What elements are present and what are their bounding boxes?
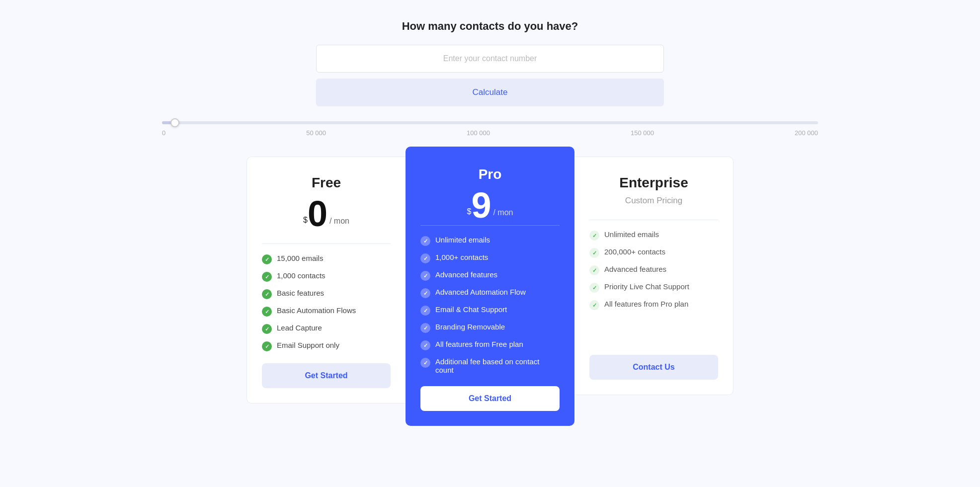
- check-icon: [589, 265, 599, 275]
- page-title: How many contacts do you have?: [402, 20, 578, 33]
- slider-label-200k: 200 000: [795, 129, 818, 137]
- enterprise-feature-1-text: Unlimited emails: [604, 230, 659, 239]
- pro-feature-7: All features from Free plan: [420, 340, 560, 350]
- free-price-symbol: $: [303, 216, 308, 225]
- free-feature-4: Basic Automation Flows: [262, 306, 391, 317]
- pro-feature-8-text: Additional fee based on contact count: [435, 357, 560, 374]
- enterprise-feature-2: 200,000+ contacts: [589, 247, 718, 258]
- slider-section: 0 50 000 100 000 150 000 200 000: [142, 121, 838, 137]
- check-icon: [420, 271, 430, 281]
- check-icon: [589, 300, 599, 310]
- enterprise-feature-5-text: All features from Pro plan: [604, 300, 688, 308]
- check-icon: [420, 306, 430, 316]
- pro-price-number: 9: [471, 187, 491, 223]
- pro-feature-6-text: Branding Removable: [435, 323, 505, 331]
- pro-feature-6: Branding Removable: [420, 323, 560, 333]
- check-icon: [420, 253, 430, 263]
- enterprise-cta-button[interactable]: Contact Us: [589, 355, 718, 380]
- free-feature-2-text: 1,000 contacts: [277, 271, 326, 280]
- free-feature-4-text: Basic Automation Flows: [277, 306, 356, 315]
- pro-features-list: Unlimited emails 1,000+ contacts Advance…: [420, 236, 560, 374]
- free-feature-6: Email Support only: [262, 341, 391, 351]
- enterprise-feature-2-text: 200,000+ contacts: [604, 247, 665, 256]
- check-icon: [420, 358, 430, 368]
- free-features-list: 15,000 emails 1,000 contacts Basic featu…: [262, 254, 391, 351]
- check-icon: [420, 340, 430, 350]
- pro-price-symbol: $: [467, 207, 472, 216]
- free-plan-price: $ 0 / mon: [262, 196, 391, 232]
- enterprise-feature-4: Priority Live Chat Support: [589, 282, 718, 293]
- free-price-number: 0: [308, 196, 327, 232]
- slider-label-50k: 50 000: [306, 129, 326, 137]
- slider-thumb[interactable]: [170, 118, 179, 127]
- pro-feature-3: Advanced features: [420, 270, 560, 281]
- pro-divider: [420, 225, 560, 226]
- enterprise-feature-5: All features from Pro plan: [589, 300, 718, 310]
- free-feature-2: 1,000 contacts: [262, 271, 391, 282]
- pro-feature-5: Email & Chat Support: [420, 305, 560, 316]
- free-plan-name: Free: [262, 175, 391, 191]
- calculate-button[interactable]: Calculate: [316, 79, 664, 106]
- enterprise-plan-card: Enterprise Custom Pricing Unlimited emai…: [574, 157, 734, 395]
- enterprise-feature-4-text: Priority Live Chat Support: [604, 282, 689, 291]
- pro-feature-2: 1,000+ contacts: [420, 253, 560, 263]
- free-feature-1: 15,000 emails: [262, 254, 391, 264]
- free-feature-5: Lead Capture: [262, 324, 391, 334]
- free-feature-6-text: Email Support only: [277, 341, 339, 349]
- input-section: Calculate: [316, 45, 664, 106]
- pricing-section: Free $ 0 / mon 15,000 emails 1,000 conta…: [217, 157, 763, 416]
- check-icon: [262, 289, 272, 299]
- enterprise-feature-3: Advanced features: [589, 265, 718, 275]
- check-icon: [589, 248, 599, 258]
- enterprise-feature-3-text: Advanced features: [604, 265, 666, 273]
- free-plan-card: Free $ 0 / mon 15,000 emails 1,000 conta…: [246, 157, 406, 404]
- slider-labels: 0 50 000 100 000 150 000 200 000: [162, 129, 818, 137]
- check-icon: [262, 341, 272, 351]
- pro-price-period: / mon: [493, 208, 513, 217]
- pro-feature-4: Advanced Automation Flow: [420, 288, 560, 298]
- pro-cta-button[interactable]: Get Started: [420, 386, 560, 411]
- enterprise-divider: [589, 220, 718, 220]
- check-icon: [262, 324, 272, 334]
- pro-feature-2-text: 1,000+ contacts: [435, 253, 488, 261]
- pro-feature-1-text: Unlimited emails: [435, 236, 490, 244]
- free-price-period: / mon: [329, 217, 349, 226]
- pro-feature-7-text: All features from Free plan: [435, 340, 523, 348]
- pro-feature-4-text: Advanced Automation Flow: [435, 288, 526, 296]
- slider-label-100k: 100 000: [467, 129, 490, 137]
- check-icon: [262, 254, 272, 264]
- check-icon: [589, 231, 599, 241]
- pro-feature-5-text: Email & Chat Support: [435, 305, 507, 314]
- slider-label-150k: 150 000: [631, 129, 654, 137]
- pro-plan-card: Pro $ 9 / mon Unlimited emails 1,000+ co…: [406, 147, 574, 426]
- check-icon: [420, 288, 430, 298]
- free-cta-button[interactable]: Get Started: [262, 363, 391, 388]
- free-divider: [262, 244, 391, 244]
- pro-plan-price: $ 9 / mon: [420, 187, 560, 223]
- free-feature-3-text: Basic features: [277, 289, 324, 297]
- free-feature-5-text: Lead Capture: [277, 324, 322, 332]
- contact-input[interactable]: [316, 45, 664, 73]
- enterprise-plan-name: Enterprise: [589, 175, 718, 191]
- pro-feature-1: Unlimited emails: [420, 236, 560, 246]
- pro-plan-name: Pro: [420, 166, 560, 182]
- pro-feature-3-text: Advanced features: [435, 270, 497, 279]
- check-icon: [420, 236, 430, 246]
- slider-label-0: 0: [162, 129, 165, 137]
- check-icon: [420, 323, 430, 333]
- check-icon: [589, 283, 599, 293]
- check-icon: [262, 272, 272, 282]
- enterprise-features-list: Unlimited emails 200,000+ contacts Advan…: [589, 230, 718, 343]
- free-feature-3: Basic features: [262, 289, 391, 299]
- check-icon: [262, 307, 272, 317]
- enterprise-feature-1: Unlimited emails: [589, 230, 718, 241]
- pro-feature-8: Additional fee based on contact count: [420, 357, 560, 374]
- free-feature-1-text: 15,000 emails: [277, 254, 323, 262]
- slider-track[interactable]: [162, 121, 818, 124]
- enterprise-custom-pricing: Custom Pricing: [589, 196, 718, 206]
